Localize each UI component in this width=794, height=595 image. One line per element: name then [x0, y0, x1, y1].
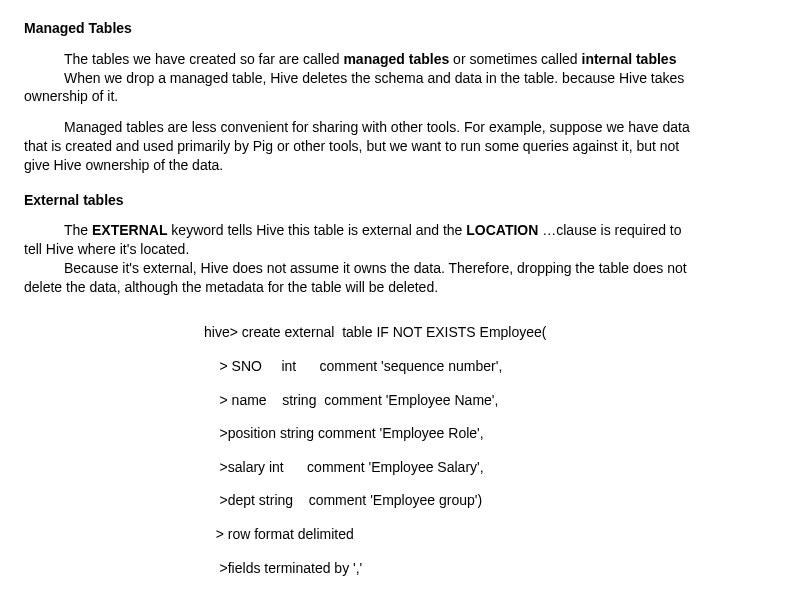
paragraph: tell Hive where it's located.	[24, 241, 770, 258]
paragraph: Managed tables are less convenient for s…	[24, 119, 770, 136]
paragraph: The tables we have created so far are ca…	[24, 51, 770, 68]
paragraph: Because it's external, Hive does not ass…	[24, 260, 770, 277]
bold-text: EXTERNAL	[92, 222, 167, 238]
text: The tables we have created so far are ca…	[64, 51, 343, 67]
code-line: hive> create external table IF NOT EXIST…	[204, 324, 770, 341]
code-line: >dept string comment 'Employee group')	[204, 492, 770, 509]
code-line: > SNO int comment 'sequence number',	[204, 358, 770, 375]
text: The	[64, 222, 92, 238]
text: keyword tells Hive this table is externa…	[167, 222, 466, 238]
section-heading-external-tables: External tables	[24, 192, 770, 209]
paragraph: When we drop a managed table, Hive delet…	[24, 70, 770, 87]
paragraph: The EXTERNAL keyword tells Hive this tab…	[24, 222, 770, 239]
bold-text: internal tables	[582, 51, 677, 67]
code-line: > name string comment 'Employee Name',	[204, 392, 770, 409]
paragraph: that is created and used primarily by Pi…	[24, 138, 770, 155]
paragraph: delete the data, although the metadata f…	[24, 279, 770, 296]
code-line: >fields terminated by ','	[204, 560, 770, 577]
bold-text: managed tables	[343, 51, 449, 67]
code-line: >position string comment 'Employee Role'…	[204, 425, 770, 442]
paragraph: give Hive ownership of the data.	[24, 157, 770, 174]
code-line: >salary int comment 'Employee Salary',	[204, 459, 770, 476]
text: …clause is required to	[538, 222, 681, 238]
code-block: hive> create external table IF NOT EXIST…	[204, 308, 770, 595]
text: or sometimes called	[449, 51, 581, 67]
bold-text: LOCATION	[466, 222, 538, 238]
paragraph: ownership of it.	[24, 88, 770, 105]
code-line: > row format delimited	[204, 526, 770, 543]
section-heading-managed-tables: Managed Tables	[24, 20, 770, 37]
